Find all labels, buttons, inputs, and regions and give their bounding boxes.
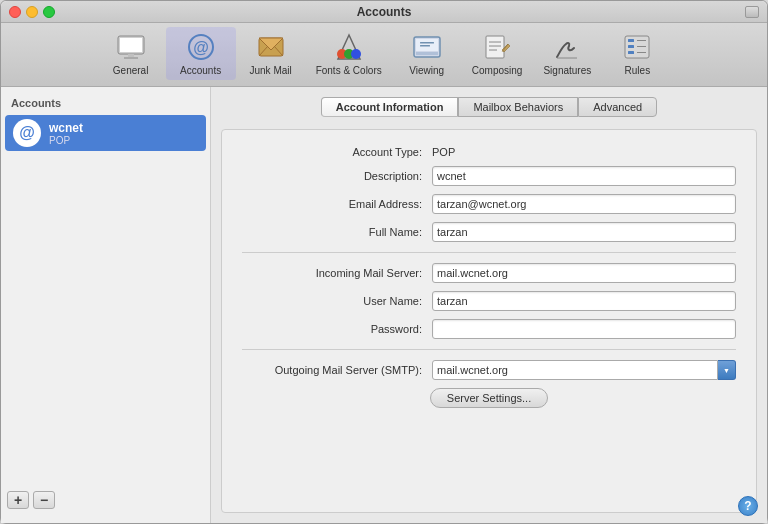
fonts-colors-icon (333, 31, 365, 63)
toolbar-item-viewing[interactable]: Viewing (392, 27, 462, 80)
toolbar-item-junk-mail[interactable]: Junk Mail (236, 27, 306, 80)
email-label: Email Address: (242, 198, 432, 210)
account-name: wcnet (49, 121, 83, 135)
main-area: Accounts @ wcnet POP + − Account Informa… (1, 87, 767, 523)
toolbar-item-rules[interactable]: Rules (602, 27, 672, 80)
username-input[interactable] (432, 291, 736, 311)
svg-point-13 (351, 49, 361, 59)
add-account-button[interactable]: + (7, 491, 29, 509)
toolbar-label-rules: Rules (625, 65, 651, 76)
zoom-button[interactable] (745, 6, 759, 18)
smtp-row: Outgoing Mail Server (SMTP): (242, 360, 736, 380)
sidebar-actions: + − (1, 485, 210, 515)
sidebar: Accounts @ wcnet POP + − (1, 87, 211, 523)
description-input[interactable] (432, 166, 736, 186)
rules-icon (621, 31, 653, 63)
content-area: Account Information Mailbox Behaviors Ad… (211, 87, 767, 523)
tab-bar: Account Information Mailbox Behaviors Ad… (221, 97, 757, 117)
account-type-value: POP (432, 146, 455, 158)
toolbar-label-composing: Composing (472, 65, 523, 76)
toolbar-label-fonts-colors: Fonts & Colors (316, 65, 382, 76)
smtp-select[interactable] (432, 360, 718, 380)
window-controls[interactable] (9, 6, 55, 18)
incoming-server-row: Incoming Mail Server: (242, 263, 736, 283)
svg-rect-16 (416, 52, 438, 55)
server-settings-button[interactable]: Server Settings... (430, 388, 548, 408)
fullname-row: Full Name: (242, 222, 736, 242)
password-row: Password: (242, 319, 736, 339)
smtp-label: Outgoing Mail Server (SMTP): (242, 364, 432, 376)
toolbar: General @ Accounts Junk Mail (1, 23, 767, 87)
account-type-row: Account Type: POP (242, 146, 736, 158)
account-details: wcnet POP (49, 121, 83, 146)
toolbar-item-general[interactable]: General (96, 27, 166, 80)
account-type-label: Account Type: (242, 146, 432, 158)
incoming-server-label: Incoming Mail Server: (242, 267, 432, 279)
help-button[interactable]: ? (738, 496, 758, 516)
window-title: Accounts (357, 5, 412, 19)
title-bar: Accounts (1, 1, 767, 23)
svg-rect-3 (124, 57, 138, 59)
account-form: Account Type: POP Description: Email Add… (221, 129, 757, 513)
accounts-icon: @ (185, 31, 217, 63)
svg-rect-26 (628, 39, 634, 42)
form-divider-2 (242, 349, 736, 350)
svg-text:@: @ (193, 39, 209, 56)
svg-rect-18 (420, 45, 430, 47)
incoming-server-input[interactable] (432, 263, 736, 283)
junk-mail-icon (255, 31, 287, 63)
email-row: Email Address: (242, 194, 736, 214)
account-list-item[interactable]: @ wcnet POP (5, 115, 206, 151)
svg-rect-17 (420, 42, 434, 44)
general-icon (115, 31, 147, 63)
close-button[interactable] (9, 6, 21, 18)
username-row: User Name: (242, 291, 736, 311)
toolbar-label-signatures: Signatures (543, 65, 591, 76)
toolbar-label-viewing: Viewing (409, 65, 444, 76)
password-label: Password: (242, 323, 432, 335)
svg-rect-28 (628, 45, 634, 48)
account-type: POP (49, 135, 83, 146)
remove-account-button[interactable]: − (33, 491, 55, 509)
toolbar-item-fonts-colors[interactable]: Fonts & Colors (306, 27, 392, 80)
account-avatar: @ (13, 119, 41, 147)
toolbar-item-accounts[interactable]: @ Accounts (166, 27, 236, 80)
toolbar-label-accounts: Accounts (180, 65, 221, 76)
toolbar-label-general: General (113, 65, 149, 76)
email-input[interactable] (432, 194, 736, 214)
tab-account-information[interactable]: Account Information (321, 97, 459, 117)
svg-rect-1 (120, 38, 142, 52)
svg-rect-30 (628, 51, 634, 54)
tab-mailbox-behaviors[interactable]: Mailbox Behaviors (458, 97, 578, 117)
minimize-button[interactable] (26, 6, 38, 18)
smtp-dropdown-arrow[interactable] (718, 360, 736, 380)
description-label: Description: (242, 170, 432, 182)
tab-advanced[interactable]: Advanced (578, 97, 657, 117)
fullname-label: Full Name: (242, 226, 432, 238)
description-row: Description: (242, 166, 736, 186)
fullname-input[interactable] (432, 222, 736, 242)
signatures-icon (551, 31, 583, 63)
server-settings-container: Server Settings... (242, 388, 736, 408)
sidebar-title: Accounts (1, 95, 210, 115)
form-divider (242, 252, 736, 253)
password-input[interactable] (432, 319, 736, 339)
smtp-container (432, 360, 736, 380)
toolbar-label-junk-mail: Junk Mail (250, 65, 292, 76)
composing-icon (481, 31, 513, 63)
maximize-button[interactable] (43, 6, 55, 18)
toolbar-item-signatures[interactable]: Signatures (532, 27, 602, 80)
toolbar-item-composing[interactable]: Composing (462, 27, 533, 80)
username-label: User Name: (242, 295, 432, 307)
svg-rect-19 (486, 36, 504, 58)
viewing-icon (411, 31, 443, 63)
